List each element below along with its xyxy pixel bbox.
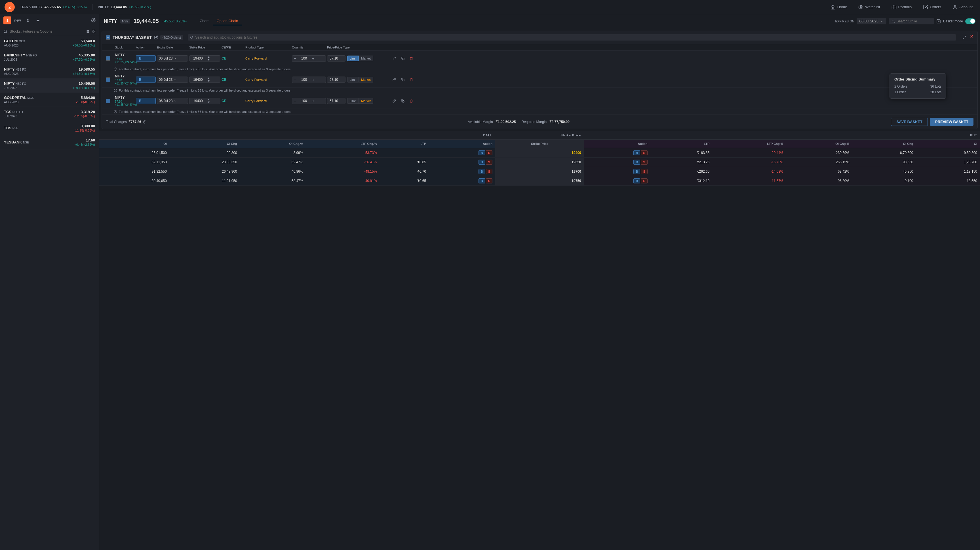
sidebar-tab-1[interactable]: 1: [3, 16, 11, 24]
nav-home[interactable]: Home: [828, 3, 850, 11]
call-sell-btn-4[interactable]: S: [486, 178, 492, 183]
nav-watchlist[interactable]: Watchlist: [856, 3, 883, 11]
bank-nifty-nav-item[interactable]: BANK NIFTY 45,266.45 +114.85(+0.25%): [21, 5, 87, 9]
put-sell-btn-3[interactable]: S: [641, 169, 647, 174]
row-3-delete-icon[interactable]: [407, 97, 415, 105]
nav-portfolio[interactable]: Portfolio: [889, 3, 915, 11]
basket-row-2-expiry[interactable]: 06 Jul 23: [157, 76, 188, 83]
call-buy-btn-2[interactable]: B: [479, 160, 485, 165]
save-basket-button[interactable]: SAVE BASKET: [891, 118, 928, 126]
sidebar-settings-icon[interactable]: [91, 18, 95, 23]
list-item[interactable]: BANKNIFTY NSE FO JUL 2023 45,335.00 +97.…: [0, 50, 99, 64]
strike-down-btn[interactable]: ▼: [207, 59, 210, 61]
strike-3-down-btn[interactable]: ▼: [207, 101, 210, 104]
strike-price-input-2[interactable]: [189, 77, 207, 83]
preview-basket-button[interactable]: PREVIEW BASKET: [930, 118, 974, 126]
expires-date-selector[interactable]: 06 Jul 2023: [857, 18, 886, 24]
limit-button-2[interactable]: Limit: [347, 77, 359, 83]
quantity-input-3[interactable]: [298, 99, 310, 103]
basket-row-checkbox-2[interactable]: [106, 77, 110, 82]
put-buy-btn-2[interactable]: B: [633, 160, 640, 165]
qty-minus-btn[interactable]: −: [292, 56, 298, 62]
quantity-input[interactable]: [298, 56, 310, 60]
cell-put-bs-action-3[interactable]: BS: [584, 167, 651, 176]
strike-price-input-3[interactable]: [189, 98, 207, 104]
put-buy-btn[interactable]: B: [633, 150, 640, 155]
list-item[interactable]: NIFTY NSE FO JUL 2023 19,496.00 +29.15(+…: [0, 78, 99, 93]
row-link-icon[interactable]: [391, 55, 398, 62]
list-item[interactable]: NIFTY NSE FO AUG 2023 19,586.55 +24.50(+…: [0, 64, 99, 78]
charges-info-icon[interactable]: [143, 120, 146, 124]
basket-row-checkbox-3[interactable]: [106, 99, 110, 103]
sidebar-search-input[interactable]: [10, 29, 83, 33]
put-sell-btn[interactable]: S: [641, 150, 647, 155]
basket-row-checkbox[interactable]: [106, 56, 110, 61]
quantity-input-2[interactable]: [298, 78, 310, 82]
call-sell-btn-3[interactable]: S: [486, 169, 492, 174]
tab-chart[interactable]: Chart: [196, 17, 213, 25]
strike-price-input[interactable]: [189, 56, 207, 61]
basket-row-expiry[interactable]: 06 Jul 23: [157, 55, 188, 62]
row-2-link-icon[interactable]: [391, 76, 398, 83]
market-button-2[interactable]: Market: [359, 77, 373, 83]
call-sell-btn[interactable]: S: [486, 150, 492, 155]
search-strike-input[interactable]: [897, 19, 931, 23]
put-buy-btn-4[interactable]: B: [633, 178, 640, 183]
basket-select-all[interactable]: [106, 35, 110, 40]
tab-option-chain[interactable]: Option Chain: [213, 17, 242, 25]
nav-account[interactable]: Account: [950, 3, 975, 11]
strike-2-down-btn[interactable]: ▼: [207, 79, 210, 83]
row-copy-icon[interactable]: [399, 55, 406, 62]
row-2-copy-icon[interactable]: [399, 76, 406, 83]
sidebar-tab-add[interactable]: +: [34, 16, 42, 24]
row-2-delete-icon[interactable]: [407, 76, 415, 83]
cell-call-bs-action-4[interactable]: BS: [429, 176, 495, 186]
basket-edit-icon[interactable]: [154, 35, 158, 40]
qty-3-minus-btn[interactable]: −: [292, 98, 298, 104]
cell-put-bs-action[interactable]: BS: [584, 148, 651, 157]
market-button-3[interactable]: Market: [359, 98, 373, 104]
call-buy-btn-3[interactable]: B: [479, 169, 485, 174]
call-buy-btn[interactable]: B: [479, 150, 485, 155]
nav-orders[interactable]: Orders: [920, 3, 944, 11]
put-sell-btn-4[interactable]: S: [641, 178, 647, 183]
basket-row-3-expiry[interactable]: 06 Jul 23: [157, 98, 188, 104]
cell-call-bs-action-3[interactable]: BS: [429, 167, 495, 176]
qty-plus-btn[interactable]: +: [310, 56, 316, 62]
sidebar-tab-new[interactable]: new: [14, 16, 22, 24]
filter-icon[interactable]: [85, 30, 89, 33]
basket-search-input[interactable]: [195, 35, 954, 40]
row-delete-icon[interactable]: [407, 55, 415, 62]
call-buy-btn-4[interactable]: B: [479, 178, 485, 183]
put-buy-btn-3[interactable]: B: [633, 169, 640, 174]
basket-close-button[interactable]: ✕: [970, 34, 974, 41]
price-value-input[interactable]: [327, 55, 345, 62]
row-3-copy-icon[interactable]: [399, 97, 406, 105]
list-item[interactable]: GOLDM MCX AUG 2023 58,540.0 +56.00(+0.10…: [0, 36, 99, 50]
cell-put-bs-action-2[interactable]: BS: [584, 157, 651, 167]
limit-button[interactable]: Limit: [347, 56, 359, 61]
market-button[interactable]: Market: [359, 56, 373, 61]
basket-mode-toggle-switch[interactable]: [965, 18, 975, 24]
list-item[interactable]: TCS NSE FO JUL 2023 3,319.20 -12.05(-0.3…: [0, 107, 99, 121]
qty-3-plus-btn[interactable]: +: [310, 98, 316, 104]
limit-button-3[interactable]: Limit: [347, 98, 359, 104]
qty-2-minus-btn[interactable]: −: [292, 77, 298, 83]
list-item[interactable]: GOLDPETAL MCX AUG 2023 5,884.00 -1.00(-0…: [0, 93, 99, 107]
cell-put-bs-action-4[interactable]: BS: [584, 176, 651, 186]
basket-expand-icon[interactable]: [961, 34, 968, 41]
qty-2-plus-btn[interactable]: +: [310, 77, 316, 83]
item-price: 3,319.20: [81, 110, 95, 114]
cell-call-bs-action[interactable]: BS: [429, 148, 495, 157]
grid-icon[interactable]: [92, 30, 95, 33]
price-input-3[interactable]: [327, 98, 345, 104]
put-sell-btn-2[interactable]: S: [641, 160, 647, 165]
row-3-link-icon[interactable]: [391, 97, 398, 105]
nifty-nav-item[interactable]: NIFTY 19,444.05 +45.55(+0.23%): [99, 5, 151, 9]
call-sell-btn-2[interactable]: S: [486, 160, 492, 165]
list-item[interactable]: TCS NSE 3,308.00 -11.95(-0.36%): [0, 121, 99, 135]
sidebar-tab-3[interactable]: 3: [24, 16, 32, 24]
price-input-2[interactable]: [327, 76, 345, 83]
cell-call-bs-action[interactable]: BS: [429, 157, 495, 167]
list-item[interactable]: YESBANK NSE 17.60 +0.45(+2.62%): [0, 135, 99, 149]
